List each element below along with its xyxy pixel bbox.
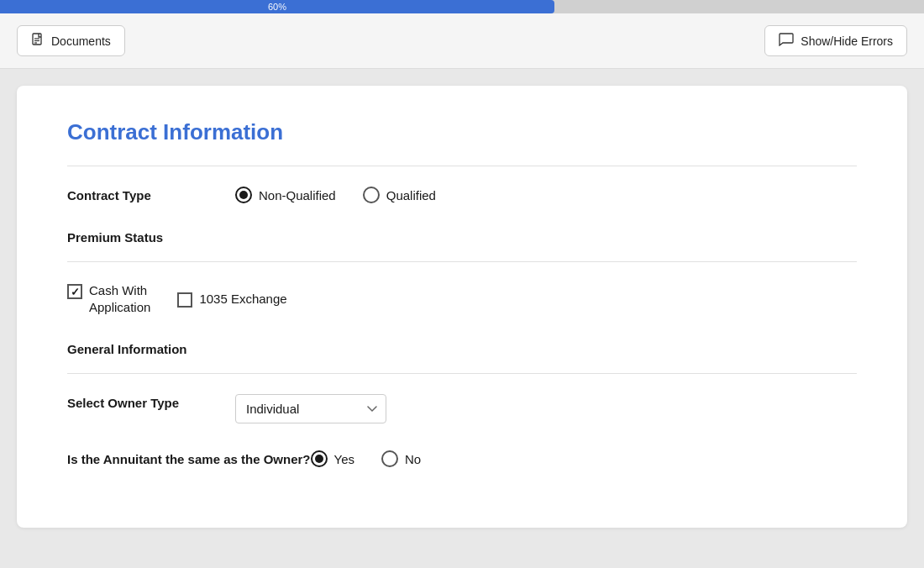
radio-no[interactable]: No (381, 450, 421, 467)
toolbar: Documents Show/Hide Errors (0, 13, 924, 69)
owner-type-row: Select Owner Type Individual Joint Trust… (67, 394, 857, 423)
owner-type-controls: Individual Joint Trust Entity (235, 394, 386, 423)
radio-label-qualified: Qualified (386, 188, 436, 202)
show-hide-errors-label: Show/Hide Errors (801, 34, 893, 48)
general-information-section: General Information Select Owner Type In… (67, 342, 857, 467)
annuitant-same-controls: Yes No (311, 450, 422, 467)
contract-type-controls: Non-Qualified Qualified (235, 187, 436, 203)
annuitant-same-row: Is the Annuitant the same as the Owner? … (67, 450, 857, 467)
contract-type-row: Contract Type Non-Qualified Qualified (67, 187, 857, 203)
radio-label-non-qualified: Non-Qualified (259, 188, 336, 202)
progress-bar-fill: 60% (0, 0, 554, 13)
general-information-heading: General Information (67, 342, 857, 356)
checkbox-1035-exchange[interactable]: 1035 Exchange (177, 291, 286, 308)
checkbox-cash-with-application[interactable]: Cash WithApplication (67, 282, 150, 315)
checkbox-label-1035: 1035 Exchange (199, 291, 286, 308)
main-content: Contract Information Contract Type Non-Q… (0, 69, 924, 544)
radio-circle-non-qualified (235, 187, 252, 203)
premium-status-heading: Premium Status (67, 230, 857, 245)
progress-bar-label: 60% (268, 2, 286, 12)
documents-button[interactable]: Documents (17, 25, 125, 56)
radio-label-no: No (405, 452, 421, 466)
radio-qualified[interactable]: Qualified (363, 187, 436, 203)
radio-non-qualified[interactable]: Non-Qualified (235, 187, 336, 203)
premium-status-section: Premium Status Cash WithApplication 1035… (67, 230, 857, 315)
checkbox-box-1035 (177, 292, 192, 308)
radio-label-yes: Yes (334, 452, 354, 466)
form-card: Contract Information Contract Type Non-Q… (17, 86, 907, 528)
title-divider (67, 166, 857, 166)
section-title: Contract Information (67, 119, 857, 145)
document-icon (31, 33, 45, 49)
documents-label: Documents (51, 34, 111, 48)
radio-circle-no (381, 450, 398, 467)
owner-type-select[interactable]: Individual Joint Trust Entity (235, 394, 386, 423)
premium-divider (67, 261, 857, 262)
checkbox-box-cash (67, 284, 82, 299)
checkbox-label-cash: Cash WithApplication (89, 282, 150, 315)
radio-circle-yes (311, 450, 328, 467)
radio-yes[interactable]: Yes (311, 450, 354, 467)
annuitant-same-label: Is the Annuitant the same as the Owner? (67, 450, 311, 466)
show-hide-errors-button[interactable]: Show/Hide Errors (764, 25, 907, 56)
owner-type-label: Select Owner Type (67, 394, 235, 410)
radio-circle-qualified (363, 187, 380, 203)
chat-icon (779, 33, 794, 49)
contract-type-label: Contract Type (67, 187, 235, 202)
premium-status-controls: Cash WithApplication 1035 Exchange (67, 282, 857, 315)
progress-bar-container: 60% (0, 0, 924, 13)
general-divider (67, 373, 857, 374)
